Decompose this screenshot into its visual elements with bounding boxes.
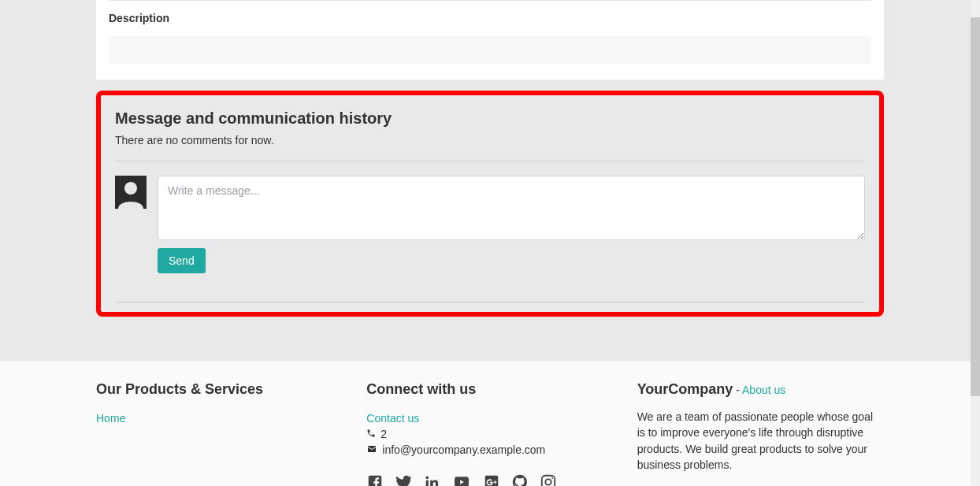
divider (115, 302, 865, 302)
facebook-icon[interactable] (366, 473, 384, 486)
envelope-icon (366, 443, 377, 456)
top-card: Description (96, 0, 884, 80)
user-avatar (115, 176, 147, 209)
message-input[interactable] (158, 176, 865, 240)
footer-col-company: YourCompany - About us We are a team of … (637, 381, 884, 486)
avatar-icon (115, 176, 147, 209)
github-icon[interactable] (511, 473, 529, 486)
message-history-section: Message and communication history There … (96, 91, 884, 317)
google-plus-icon[interactable] (483, 473, 500, 486)
footer-about-link[interactable]: About us (742, 384, 785, 396)
footer-phone: 2 (380, 428, 387, 440)
footer-email: info@yourcompany.example.com (382, 443, 545, 456)
scrollbar[interactable] (971, 0, 980, 486)
svg-point-1 (124, 182, 137, 195)
footer: Our Products & Services Home Connect wit… (0, 361, 980, 486)
message-compose-row: Send (109, 176, 871, 273)
footer-col-connect: Connect with us Contact us 2 info@yourco… (366, 381, 613, 486)
footer-contact-link[interactable]: Contact us (366, 412, 419, 425)
divider (115, 161, 865, 161)
footer-about-sep: - (733, 384, 742, 396)
footer-home-link[interactable]: Home (96, 412, 125, 425)
send-button[interactable]: Send (158, 248, 206, 273)
description-label: Description (109, 12, 871, 24)
phone-icon (366, 428, 376, 440)
footer-company-name: YourCompany (637, 381, 733, 397)
message-history-title: Message and communication history (109, 109, 871, 128)
footer-para-1: We are a team of passionate people whose… (637, 409, 884, 473)
social-row (366, 473, 613, 486)
footer-heading-connect: Connect with us (366, 381, 613, 398)
instagram-icon[interactable] (540, 473, 557, 486)
youtube-icon[interactable] (451, 473, 472, 486)
footer-heading-products: Our Products & Services (96, 381, 343, 398)
message-empty-text: There are no comments for now. (109, 134, 871, 147)
scrollbar-thumb[interactable] (971, 17, 980, 396)
svg-point-3 (546, 479, 551, 484)
linkedin-icon[interactable] (423, 473, 440, 486)
twitter-icon[interactable] (395, 473, 412, 486)
description-box[interactable] (109, 35, 871, 64)
footer-col-products: Our Products & Services Home (96, 381, 343, 486)
svg-point-4 (551, 477, 553, 479)
divider (109, 0, 871, 1)
